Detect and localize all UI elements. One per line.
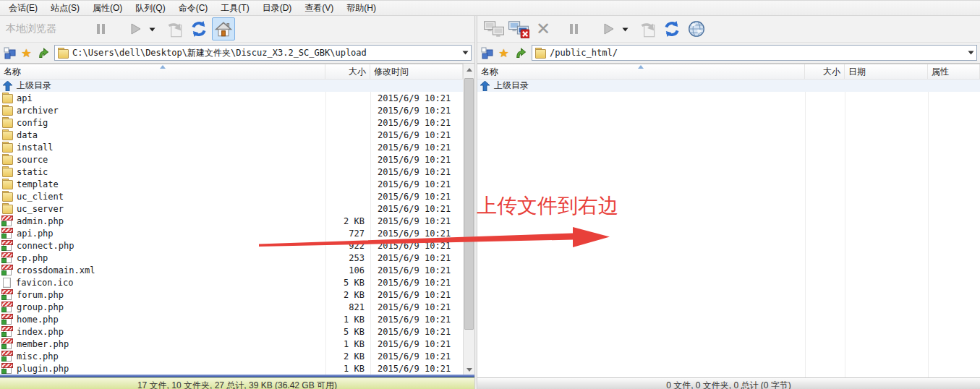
folder-row[interactable]: static2015/6/9 10:21: [0, 166, 463, 178]
refresh-button[interactable]: [660, 17, 683, 40]
favorites-star-icon: ★: [498, 46, 508, 60]
play-dropdown-button[interactable]: [148, 17, 156, 40]
go-up-button[interactable]: [513, 45, 528, 61]
folder-icon: [1, 117, 13, 128]
home-button[interactable]: [212, 17, 235, 40]
time-cell: 2015/6/9 10:21: [370, 202, 463, 215]
reconnect-button[interactable]: [507, 17, 530, 40]
go-up-button[interactable]: [35, 45, 51, 61]
pause-button[interactable]: [89, 17, 112, 40]
folder-row[interactable]: install2015/6/9 10:21: [0, 141, 463, 153]
parent-dir-row[interactable]: 上级目录: [477, 80, 980, 92]
connect-button[interactable]: [482, 17, 506, 40]
menu-item[interactable]: 帮助(H): [340, 0, 383, 17]
favorites-button[interactable]: ★: [496, 45, 511, 61]
menu-item[interactable]: 属性(O): [86, 0, 129, 17]
file-name: data: [17, 130, 38, 140]
file-row[interactable]: admin.php2 KB2015/6/9 10:21: [0, 215, 463, 227]
file-row[interactable]: plugin.php1 KB2015/6/9 10:21: [0, 362, 463, 375]
favorites-star-icon: ★: [21, 46, 31, 60]
file-name: admin.php: [17, 216, 64, 226]
play-icon: [128, 22, 142, 36]
local-toolbar: 本地浏览器: [0, 16, 474, 43]
local-scrollbar[interactable]: [463, 64, 474, 375]
file-row[interactable]: member.php1 KB2015/6/9 10:21: [0, 338, 463, 350]
menu-item[interactable]: 会话(E): [2, 0, 44, 17]
column-header[interactable]: 日期: [845, 64, 928, 79]
time-cell: 2015/6/9 10:21: [370, 178, 463, 190]
remote-path-text: /public_html/: [550, 48, 966, 58]
file-row[interactable]: misc.php2 KB2015/6/9 10:21: [0, 350, 463, 362]
local-path-dropdown-button[interactable]: [460, 46, 471, 60]
remote-path-dropdown-button[interactable]: [966, 46, 976, 60]
play-button[interactable]: [597, 17, 620, 40]
dropdown-caret-icon: [622, 27, 629, 32]
column-header[interactable]: 修改时间: [370, 64, 463, 79]
remote-browser-panel: ✕: [477, 16, 980, 389]
ftp-client-window: 会话(E)站点(S)属性(O)队列(Q)命令(C)工具(T)目录(D)查看(V)…: [0, 0, 980, 389]
folder-row[interactable]: template2015/6/9 10:21: [0, 178, 463, 190]
menu-item[interactable]: 队列(Q): [129, 0, 171, 17]
up-directory-icon: [1, 80, 13, 91]
time-cell: 2015/6/9 10:21: [370, 227, 463, 239]
folder-row[interactable]: config2015/6/9 10:21: [0, 116, 463, 129]
time-cell: 2015/6/9 10:21: [370, 362, 463, 375]
play-dropdown-button[interactable]: [621, 17, 629, 40]
column-header[interactable]: 大小: [325, 64, 370, 79]
time-cell: 2015/6/9 10:21: [370, 252, 463, 264]
local-path-input[interactable]: C:\Users\dell\Desktop\新建文件夹\Discuz_X3.2_…: [54, 45, 472, 61]
file-row[interactable]: favicon.ico5 KB2015/6/9 10:21: [0, 276, 463, 288]
scrollbar-thumb[interactable]: [464, 78, 474, 330]
file-row[interactable]: cp.php2532015/6/9 10:21: [0, 252, 463, 264]
pause-button[interactable]: [562, 17, 585, 40]
transfer-queue-icon: [637, 19, 657, 39]
file-icon: [3, 278, 11, 288]
remote-path-input[interactable]: /public_html/: [532, 45, 977, 61]
play-button[interactable]: [124, 17, 147, 40]
refresh-button[interactable]: [187, 17, 210, 40]
menu-item[interactable]: 查看(V): [298, 0, 340, 17]
column-header[interactable]: 大小: [805, 64, 845, 79]
transfer-queue-button[interactable]: [163, 17, 186, 40]
file-name: crossdomain.xml: [17, 265, 95, 275]
file-row[interactable]: connect.php9222015/6/9 10:21: [0, 239, 463, 252]
size-cell: 2 KB: [325, 350, 370, 362]
menu-item[interactable]: 命令(C): [172, 0, 215, 17]
menu-item[interactable]: 站点(S): [44, 0, 86, 17]
abort-button[interactable]: ✕: [532, 17, 555, 40]
php-file-icon: [3, 351, 12, 362]
folder-row[interactable]: data2015/6/9 10:21: [0, 129, 463, 141]
folder-icon: [534, 48, 546, 59]
menu-item[interactable]: 目录(D): [256, 0, 299, 17]
file-row[interactable]: group.php8212015/6/9 10:21: [0, 301, 463, 313]
folder-row[interactable]: source2015/6/9 10:21: [0, 153, 463, 166]
scroll-up-button[interactable]: [464, 64, 474, 75]
panel-splitter[interactable]: [474, 16, 477, 389]
globe-button[interactable]: [685, 17, 708, 40]
file-row[interactable]: forum.php2 KB2015/6/9 10:21: [0, 288, 463, 301]
parent-dir-row[interactable]: 上级目录: [0, 80, 463, 92]
menu-item[interactable]: 工具(T): [214, 0, 255, 17]
folder-row[interactable]: uc_client2015/6/9 10:21: [0, 190, 463, 202]
folder-row[interactable]: uc_server2015/6/9 10:21: [0, 202, 463, 215]
column-header[interactable]: 名称: [477, 64, 805, 79]
size-cell: [325, 141, 370, 153]
file-row[interactable]: index.php5 KB2015/6/9 10:21: [0, 325, 463, 338]
site-manager-button[interactable]: [2, 45, 17, 61]
transfer-queue-button[interactable]: [636, 17, 659, 40]
folder-row[interactable]: archiver2015/6/9 10:21: [0, 104, 463, 116]
column-header[interactable]: 属性: [928, 64, 980, 79]
dropdown-caret-icon: [462, 51, 469, 55]
time-cell: 2015/6/9 10:21: [370, 129, 463, 141]
scroll-down-button[interactable]: [464, 364, 474, 375]
php-file-icon: [3, 253, 12, 263]
file-row[interactable]: api.php7272015/6/9 10:21: [0, 227, 463, 239]
column-header[interactable]: 名称: [0, 64, 325, 79]
file-row[interactable]: home.php1 KB2015/6/9 10:21: [0, 313, 463, 325]
site-manager-button[interactable]: [480, 45, 495, 61]
file-row[interactable]: crossdomain.xml1062015/6/9 10:21: [0, 264, 463, 276]
menu-bar: 会话(E)站点(S)属性(O)队列(Q)命令(C)工具(T)目录(D)查看(V)…: [0, 1, 980, 16]
remote-toolbar: ✕: [477, 16, 980, 43]
favorites-button[interactable]: ★: [19, 45, 34, 61]
folder-row[interactable]: api2015/6/9 10:21: [0, 92, 463, 104]
